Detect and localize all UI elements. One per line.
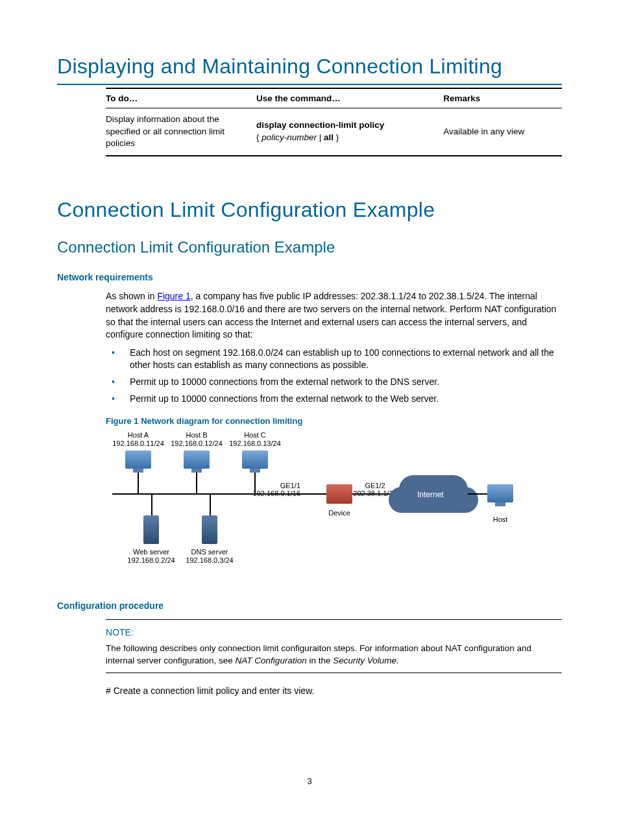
list-item: Each host on segment 192.168.0.0/24 can …	[130, 347, 562, 372]
ge11-label: GE1/1	[280, 482, 300, 489]
network-requirements-heading: Network requirements	[57, 271, 562, 284]
note-box: NOTE: The following describes only conne…	[106, 619, 562, 673]
page-number: 3	[57, 776, 562, 787]
figure-caption: Figure 1 Network diagram for connection …	[106, 415, 562, 427]
note-text-b: in the	[307, 656, 334, 665]
host-a-ip: 192.168.0.11/24	[112, 439, 164, 447]
page-title-2: Connection Limit Configuration Example	[57, 195, 562, 225]
cmd-brace-open: {	[256, 132, 261, 142]
host-icon	[242, 451, 268, 469]
web-server-label: Web server	[133, 548, 169, 556]
cmd-param: policy-number	[261, 132, 317, 142]
network-requirements-paragraph: As shown in Figure 1, a company has five…	[106, 290, 562, 341]
requirements-list: Each host on segment 192.168.0.0/24 can …	[57, 347, 562, 405]
host-icon	[487, 484, 513, 502]
host-c-ip: 192.168.0.13/24	[229, 439, 281, 447]
table-header-command: Use the command…	[256, 88, 443, 108]
figure-1-link[interactable]: Figure 1	[157, 291, 190, 301]
device-label: Device	[320, 509, 359, 517]
table-cell-remarks: Available in any view	[443, 108, 562, 156]
server-icon	[202, 515, 217, 544]
ge12-ip: 202.38.1.1/16	[353, 489, 396, 497]
note-ital-1: NAT Configuration	[236, 656, 307, 665]
dns-server-ip: 192.168.0.3/24	[186, 556, 233, 564]
note-ital-2: Security Volume	[333, 656, 396, 665]
host-right-label: Host	[486, 515, 515, 524]
list-item: Permit up to 10000 connections from the …	[130, 376, 562, 389]
netreq-pre: As shown in	[106, 291, 157, 301]
internet-label: Internet	[417, 489, 444, 500]
cmd-name: display connection-limit policy	[256, 120, 384, 130]
subtitle: Connection Limit Configuration Example	[57, 236, 562, 258]
note-text: The following describes only connection …	[106, 643, 562, 667]
command-table: To do… Use the command… Remarks Display …	[106, 88, 562, 157]
config-step-1: # Create a connection limit policy and e…	[106, 685, 562, 698]
server-icon	[143, 515, 159, 544]
cmd-pipe: |	[317, 132, 324, 142]
device-icon	[326, 484, 352, 504]
ge11-ip: 192.168.0.1/16	[253, 489, 300, 497]
configuration-procedure-heading: Configuration procedure	[57, 600, 562, 613]
web-server-ip: 192.168.0.2/24	[127, 556, 175, 564]
host-c-label: Host C	[244, 431, 266, 439]
page-title-1: Displaying and Maintaining Connection Li…	[57, 52, 562, 85]
table-header-todo: To do…	[106, 88, 256, 108]
table-cell-command: display connection-limit policy { policy…	[256, 108, 443, 156]
host-a-label: Host A	[128, 431, 149, 439]
cmd-all: all	[324, 132, 334, 142]
host-b-ip: 192.168.0.12/24	[171, 439, 223, 447]
note-text-c: .	[396, 656, 399, 665]
table-row: Display information about the specified …	[106, 108, 562, 156]
host-b-label: Host B	[186, 431, 207, 439]
dns-server-label: DNS server	[191, 548, 228, 556]
ge12-label: GE1/2	[365, 482, 385, 489]
table-cell-todo: Display information about the specified …	[106, 108, 256, 156]
network-diagram: Host A 192.168.0.11/24 Host B 192.168.0.…	[106, 431, 521, 580]
note-label: NOTE:	[106, 626, 562, 639]
host-icon	[125, 451, 151, 469]
table-header-remarks: Remarks	[443, 88, 562, 108]
cmd-brace-close: }	[334, 132, 339, 142]
host-icon	[184, 451, 210, 469]
list-item: Permit up to 10000 connections from the …	[130, 393, 562, 406]
